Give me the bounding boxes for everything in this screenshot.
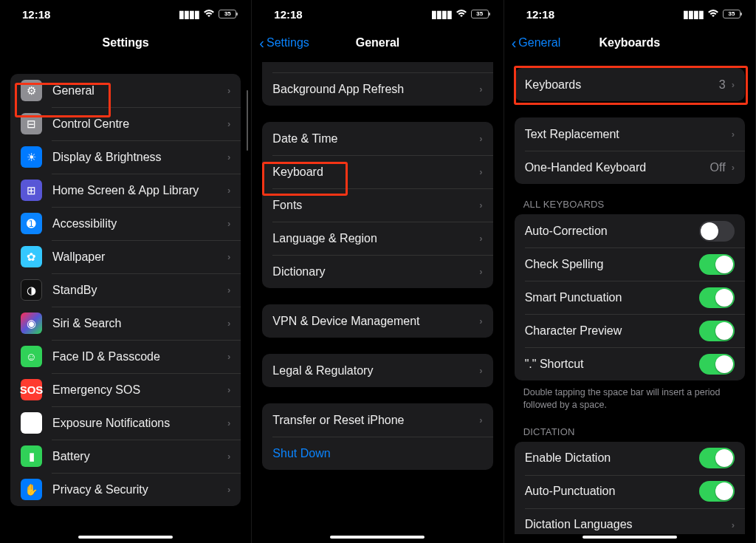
row-language-region[interactable]: Language & Region ›: [262, 222, 492, 255]
row-label: Siri & Search: [52, 317, 227, 330]
chevron-right-icon: ›: [732, 79, 735, 90]
status-bar: 12:18 ▮▮▮▮ 35: [252, 0, 503, 28]
row-label: Wallpaper: [52, 250, 227, 264]
row-legal-regulatory[interactable]: Legal & Regulatory ›: [262, 354, 492, 387]
wallpaper-icon: ✿: [21, 246, 42, 267]
settings-list[interactable]: ⚙ General › ⊟ Control Centre › ☀ Display…: [0, 58, 251, 534]
row-dictionary[interactable]: Dictionary ›: [262, 255, 492, 288]
chevron-right-icon: ›: [479, 133, 482, 144]
siri-icon: ◉: [21, 313, 42, 334]
row-label: Enable Dictation: [525, 451, 699, 465]
row-auto-correction: Auto-Correction: [515, 214, 745, 247]
toggle-character-preview[interactable]: [699, 321, 735, 341]
row-emergency-sos[interactable]: SOS Emergency SOS ›: [10, 373, 241, 406]
battery-icon: 35: [723, 10, 740, 18]
wifi-icon: [707, 8, 719, 20]
row-background-app-refresh[interactable]: Background App Refresh ›: [262, 72, 492, 106]
row-keyboards[interactable]: Keyboards 3›: [515, 68, 745, 101]
nav-header: Settings: [0, 28, 251, 58]
hand-icon: ✋: [21, 479, 42, 500]
row-label: Auto-Correction: [525, 225, 699, 238]
toggle-auto-correction[interactable]: [699, 221, 735, 242]
row-display-brightness[interactable]: ☀ Display & Brightness ›: [10, 140, 241, 174]
row-privacy-security[interactable]: ✋ Privacy & Security ›: [10, 473, 241, 506]
chevron-right-icon: ›: [227, 351, 230, 362]
back-button[interactable]: ‹ Settings: [259, 35, 309, 52]
row-label: Keyboard: [272, 165, 479, 179]
page-title: General: [356, 36, 400, 49]
switch-icon: ⊟: [21, 113, 42, 134]
chevron-right-icon: ›: [479, 199, 482, 211]
row-vpn-device-mgmt[interactable]: VPN & Device Management ›: [262, 304, 492, 338]
row-text-replacement[interactable]: Text Replacement ›: [515, 117, 745, 151]
row-transfer-reset[interactable]: Transfer or Reset iPhone ›: [262, 403, 492, 437]
row-fonts[interactable]: Fonts ›: [262, 188, 492, 222]
home-indicator[interactable]: [583, 536, 677, 539]
phone-keyboards: 12:18 ▮▮▮▮ 35 ‹ General Keyboards Keyboa…: [504, 0, 756, 543]
chevron-right-icon: ›: [479, 266, 482, 277]
back-label: Settings: [267, 36, 309, 49]
row-label: Transfer or Reset iPhone: [272, 414, 479, 427]
row-label: Emergency SOS: [52, 383, 227, 397]
keyboards-list[interactable]: Keyboards 3› Text Replacement › One-Hand…: [504, 58, 755, 534]
home-indicator[interactable]: [78, 536, 173, 539]
nav-header: ‹ Settings General: [252, 28, 503, 58]
row-exposure-notifications[interactable]: ✱ Exposure Notifications ›: [10, 406, 241, 440]
row-general[interactable]: ⚙ General ›: [10, 74, 241, 107]
row-label: "." Shortcut: [525, 358, 699, 371]
cellular-icon: ▮▮▮▮: [179, 8, 199, 20]
row-smart-punctuation: Smart Punctuation: [515, 281, 745, 314]
status-bar: 12:18 ▮▮▮▮ 35: [0, 0, 251, 28]
general-list[interactable]: Background App Refresh › Date & Time › K…: [252, 58, 503, 534]
row-iphone-storage-cut[interactable]: [262, 62, 492, 72]
row-wallpaper[interactable]: ✿ Wallpaper ›: [10, 240, 241, 273]
chevron-right-icon: ›: [227, 151, 230, 163]
row-siri-search[interactable]: ◉ Siri & Search ›: [10, 307, 241, 340]
toggle-period-shortcut[interactable]: [699, 354, 735, 375]
toggle-check-spelling[interactable]: [699, 254, 735, 275]
chevron-right-icon: ›: [479, 414, 482, 426]
wifi-icon: [456, 8, 467, 20]
row-label: Check Spelling: [525, 258, 699, 271]
page-title: Settings: [103, 36, 149, 49]
back-button[interactable]: ‹ General: [512, 35, 561, 52]
status-indicators: ▮▮▮▮ 35: [179, 8, 236, 20]
row-battery[interactable]: ▮ Battery ›: [10, 440, 241, 473]
row-label: General: [52, 84, 227, 98]
row-keyboard[interactable]: Keyboard ›: [262, 155, 492, 188]
row-label: Character Preview: [525, 324, 699, 338]
section-dictation: DICTATION: [515, 411, 745, 442]
toggle-enable-dictation[interactable]: [699, 448, 735, 468]
row-value: 3: [719, 78, 726, 92]
toggle-auto-punctuation[interactable]: [699, 481, 735, 502]
status-indicators: ▮▮▮▮ 35: [431, 8, 489, 20]
row-accessibility[interactable]: ➊ Accessibility ›: [10, 207, 241, 240]
row-label: Dictionary: [272, 265, 479, 279]
row-one-handed[interactable]: One-Handed Keyboard Off›: [515, 151, 745, 184]
row-shut-down[interactable]: Shut Down: [262, 437, 492, 470]
row-standby[interactable]: ◑ StandBy ›: [10, 273, 241, 307]
chevron-left-icon: ‹: [512, 35, 517, 52]
row-label: Exposure Notifications: [52, 417, 227, 430]
gear-icon: ⚙: [21, 80, 42, 101]
back-label: General: [518, 36, 560, 49]
home-indicator[interactable]: [330, 536, 425, 539]
chevron-right-icon: ›: [227, 118, 230, 129]
row-control-centre[interactable]: ⊟ Control Centre ›: [10, 107, 241, 140]
row-faceid-passcode[interactable]: ☺ Face ID & Passcode ›: [10, 340, 241, 373]
row-home-screen[interactable]: ⊞ Home Screen & App Library ›: [10, 174, 241, 207]
cellular-icon: ▮▮▮▮: [431, 8, 452, 20]
row-label: Legal & Regulatory: [272, 364, 479, 378]
toggle-smart-punctuation[interactable]: [699, 287, 735, 308]
row-value: Off: [710, 161, 726, 174]
chevron-right-icon: ›: [227, 484, 230, 495]
row-check-spelling: Check Spelling: [515, 247, 745, 281]
row-label: StandBy: [52, 284, 227, 297]
chevron-right-icon: ›: [732, 519, 735, 530]
row-label: Home Screen & App Library: [52, 184, 227, 197]
row-dictation-languages[interactable]: Dictation Languages ›: [515, 508, 745, 534]
exposure-icon: ✱: [21, 412, 42, 434]
scrollbar[interactable]: [247, 90, 249, 151]
wifi-icon: [203, 8, 215, 20]
row-date-time[interactable]: Date & Time ›: [262, 122, 492, 155]
